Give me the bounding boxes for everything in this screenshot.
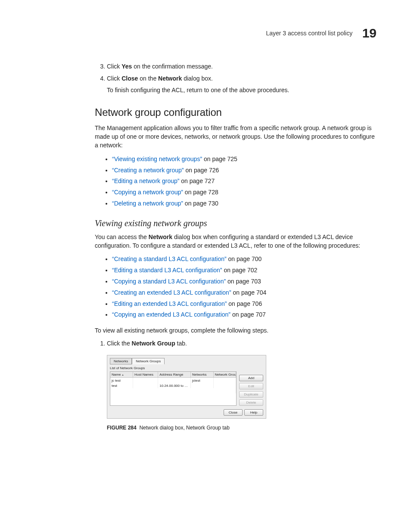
body: Click Yes on the confirmation message. C… xyxy=(34,62,377,431)
step-4: Click Close on the Network dialog box. T… xyxy=(107,74,377,94)
list-item: “Editing a network group” on page 727 xyxy=(112,176,377,187)
dialog-footer: Close Help xyxy=(110,409,263,416)
section-heading: Network group configuration xyxy=(95,106,377,118)
step-1: Click the Network Group tab. xyxy=(107,339,377,348)
grid: Name Host Names Address Range Networks N… xyxy=(110,371,237,406)
link-create-std[interactable]: “Creating a standard L3 ACL configuratio… xyxy=(112,255,227,262)
list-item: “Editing an extended L3 ACL configuratio… xyxy=(112,299,377,309)
dialog-tabs: Networks Network Groups xyxy=(110,358,263,365)
page: Layer 3 access control list policy 19 Cl… xyxy=(0,0,411,532)
list-item: “Creating an extended L3 ACL configurati… xyxy=(112,288,377,298)
procedure-links-2: “Creating a standard L3 ACL configuratio… xyxy=(95,254,377,320)
intro-paragraph: The Management application allows you to… xyxy=(95,124,377,150)
list-item: “Creating a standard L3 ACL configuratio… xyxy=(112,254,377,264)
link-copy-std[interactable]: “Copying a standard L3 ACL configuration… xyxy=(112,278,226,285)
dialog-main: Name Host Names Address Range Networks N… xyxy=(110,371,263,406)
chapter-number: 19 xyxy=(362,26,377,40)
list-item: “Editing a standard L3 ACL configuration… xyxy=(112,265,377,276)
link-editing-group[interactable]: “Editing a network group” xyxy=(112,177,179,184)
step-4-note: To finish configuring the ACL, return to… xyxy=(107,86,377,94)
subsection-intro: You can access the Network dialog box wh… xyxy=(95,233,377,250)
list-item: “Copying an extended L3 ACL configuratio… xyxy=(112,310,377,320)
link-create-ext[interactable]: “Creating an extended L3 ACL configurati… xyxy=(112,289,231,296)
tab-network-groups[interactable]: Network Groups xyxy=(132,358,165,365)
list-item: “Copying a network group” on page 728 xyxy=(112,187,377,198)
link-viewing-groups[interactable]: “Viewing existing network groups” xyxy=(112,156,202,162)
list-item: “Copying a standard L3 ACL configuration… xyxy=(112,277,377,287)
button-column: Add Edit Duplicate Delete xyxy=(239,371,263,406)
link-copying-group[interactable]: “Copying a network group” xyxy=(112,189,183,196)
edit-button: Edit xyxy=(239,383,263,389)
duplicate-button: Duplicate xyxy=(239,391,263,398)
list-item: “Viewing existing network groups” on pag… xyxy=(112,154,377,165)
col-host-names[interactable]: Host Names xyxy=(133,372,158,378)
list-label: List of Network Groups xyxy=(110,366,263,370)
view-steps: Click the Network Group tab. xyxy=(95,339,377,348)
network-dialog: Networks Network Groups List of Network … xyxy=(107,355,266,419)
link-edit-ext[interactable]: “Editing an extended L3 ACL configuratio… xyxy=(112,300,227,307)
delete-button: Delete xyxy=(239,399,263,406)
procedure-links-1: “Viewing existing network groups” on pag… xyxy=(95,154,377,209)
table-row[interactable]: jc test jctest xyxy=(110,378,236,383)
step-3: Click Yes on the confirmation message. xyxy=(107,62,377,71)
subsection-heading: Viewing existing network groups xyxy=(95,218,377,228)
table-row[interactable]: test 10.24.00.000 to 10.2... xyxy=(110,383,236,388)
list-item: “Creating a network group” on page 726 xyxy=(112,165,377,176)
link-copy-ext[interactable]: “Copying an extended L3 ACL configuratio… xyxy=(112,311,230,318)
table-header-row: Name Host Names Address Range Networks N… xyxy=(110,372,236,378)
col-name[interactable]: Name xyxy=(110,372,133,378)
col-address-range[interactable]: Address Range xyxy=(158,372,191,378)
col-networks[interactable]: Networks xyxy=(191,372,213,378)
col-network-groups[interactable]: Network Groups xyxy=(213,372,236,378)
figure-label: FIGURE 284 xyxy=(107,425,137,431)
grid-spacer xyxy=(110,388,236,393)
link-deleting-group[interactable]: “Deleting a network group” xyxy=(112,200,183,207)
network-groups-table: Name Host Names Address Range Networks N… xyxy=(110,372,236,393)
view-intro: To view all existing network groups, com… xyxy=(95,326,377,335)
figure-caption: FIGURE 284 Network dialog box, Network G… xyxy=(107,425,377,431)
running-header: Layer 3 access control list policy 19 xyxy=(34,26,377,40)
list-item: “Deleting a network group” on page 730 xyxy=(112,199,377,209)
add-button[interactable]: Add xyxy=(239,375,263,381)
figure-text: Network dialog box, Network Group tab xyxy=(139,425,229,431)
header-title: Layer 3 access control list policy xyxy=(266,30,352,37)
steps-continued: Click Yes on the confirmation message. C… xyxy=(95,62,377,94)
help-button[interactable]: Help xyxy=(244,409,263,416)
figure-wrapper: Networks Network Groups List of Network … xyxy=(95,355,377,431)
link-edit-std[interactable]: “Editing a standard L3 ACL configuration… xyxy=(112,267,222,274)
link-creating-group[interactable]: “Creating a network group” xyxy=(112,167,184,174)
close-button[interactable]: Close xyxy=(224,409,243,416)
tab-networks[interactable]: Networks xyxy=(110,358,132,365)
